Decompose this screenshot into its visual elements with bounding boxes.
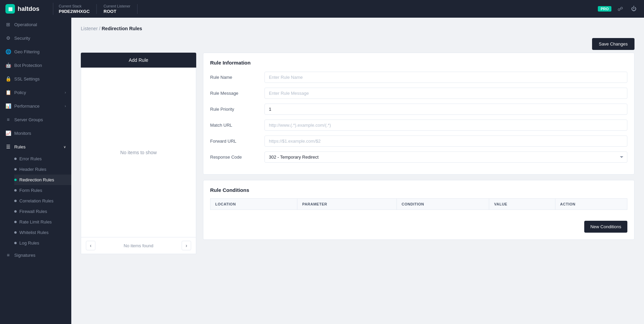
dot-icon bbox=[14, 221, 17, 223]
match-url-input[interactable] bbox=[264, 120, 627, 131]
logo-icon: ▦ bbox=[5, 4, 15, 14]
pagination: ‹ No items found › bbox=[81, 237, 196, 254]
new-conditions-button[interactable]: New Conditions bbox=[584, 221, 627, 233]
header-area: Save Changes bbox=[81, 38, 634, 50]
current-listener-value: ROOT bbox=[104, 9, 130, 14]
sidebar-item-ssl-settings[interactable]: 🔒 SSL Settings bbox=[0, 72, 71, 86]
sidebar-item-policy[interactable]: 📋 Policy › bbox=[0, 86, 71, 99]
forward-url-input[interactable] bbox=[264, 136, 627, 147]
col-parameter: PARAMETER bbox=[297, 199, 397, 210]
sidebar-sub-item-rate-limit-rules[interactable]: Rate Limit Rules bbox=[14, 217, 71, 227]
operational-icon: ⊞ bbox=[5, 22, 11, 27]
rule-message-input[interactable] bbox=[264, 88, 627, 99]
topbar: ▦ haltdos Current Stack P9DE2WHXGC Curre… bbox=[0, 0, 644, 18]
sub-item-label: Firewall Rules bbox=[19, 209, 47, 214]
sidebar-item-label: Policy bbox=[14, 90, 26, 95]
logo-text: haltdos bbox=[18, 5, 39, 13]
sub-item-label: Log Rules bbox=[19, 240, 39, 246]
sidebar-item-server-groups[interactable]: ≡ Server Groups bbox=[0, 113, 71, 126]
rule-message-row: Rule Message bbox=[210, 88, 627, 99]
sub-item-label: Rate Limit Rules bbox=[19, 219, 52, 224]
match-url-row: Match URL bbox=[210, 120, 627, 131]
dot-icon bbox=[14, 168, 17, 170]
sidebar-sub-item-redirection-rules[interactable]: Redirection Rules bbox=[14, 175, 71, 185]
left-panel: Add Rule No items to show ‹ No items fou… bbox=[81, 53, 196, 254]
save-changes-button[interactable]: Save Changes bbox=[592, 38, 634, 50]
sidebar-sub-item-error-rules[interactable]: Error Rules bbox=[14, 154, 71, 164]
sidebar-item-label: Geo Filtering bbox=[14, 49, 39, 54]
sidebar-sub-item-form-rules[interactable]: Form Rules bbox=[14, 185, 71, 196]
sidebar-sub-item-whitelist-rules[interactable]: Whitelist Rules bbox=[14, 227, 71, 238]
dot-icon bbox=[14, 200, 17, 202]
sidebar-item-label: Rules bbox=[14, 144, 25, 149]
power-icon[interactable]: ⏻ bbox=[629, 4, 639, 14]
current-stack-value: P9DE2WHXGC bbox=[59, 9, 90, 14]
sidebar-sub-item-correlation-rules[interactable]: Correlation Rules bbox=[14, 196, 71, 206]
sidebar-sub-item-log-rules[interactable]: Log Rules bbox=[14, 238, 71, 248]
col-action: ACTION bbox=[555, 199, 627, 210]
chevron-right-icon: › bbox=[65, 91, 66, 94]
breadcrumb: Listener / Redirection Rules bbox=[81, 26, 634, 31]
match-url-label: Match URL bbox=[210, 123, 264, 128]
policy-icon: 📋 bbox=[5, 90, 11, 95]
rule-conditions-card: Rule Conditions LOCATION PARAMETER CONDI… bbox=[203, 180, 634, 240]
col-condition: CONDITION bbox=[397, 199, 489, 210]
sidebar-item-rules[interactable]: ☰ Rules ∨ bbox=[0, 140, 71, 154]
sidebar-item-label: Security bbox=[14, 36, 30, 41]
dot-icon bbox=[14, 158, 17, 160]
sidebar-item-monitors[interactable]: 📈 Monitors bbox=[0, 126, 71, 140]
sidebar-item-geo-filtering[interactable]: 🌐 Geo Filtering bbox=[0, 45, 71, 58]
current-stack-section: Current Stack P9DE2WHXGC bbox=[59, 4, 97, 14]
pro-badge: PRO bbox=[598, 6, 611, 12]
dot-icon bbox=[14, 210, 17, 213]
current-listener-section: Current Listener ROOT bbox=[97, 4, 137, 14]
dot-icon bbox=[14, 179, 17, 181]
geo-filtering-icon: 🌐 bbox=[5, 49, 11, 54]
breadcrumb-current: Redirection Rules bbox=[102, 26, 142, 31]
current-listener-label: Current Listener bbox=[104, 4, 130, 8]
sidebar-item-performance[interactable]: 📊 Performance › bbox=[0, 99, 71, 113]
prev-page-button[interactable]: ‹ bbox=[86, 241, 95, 250]
sidebar-item-label: Performance bbox=[14, 104, 39, 109]
forward-url-label: Forward URL bbox=[210, 139, 264, 144]
ssl-icon: 🔒 bbox=[5, 76, 11, 82]
signatures-icon: ≡ bbox=[5, 252, 11, 258]
sub-item-label: Whitelist Rules bbox=[19, 230, 49, 235]
rule-priority-row: Rule Priority bbox=[210, 104, 627, 115]
response-code-select[interactable]: 301 - Moved Permanently 302 - Temporary … bbox=[264, 151, 627, 163]
sidebar-item-security[interactable]: ⚙ Security bbox=[0, 31, 71, 45]
conditions-table: LOCATION PARAMETER CONDITION VALUE ACTIO… bbox=[210, 198, 627, 210]
next-page-button[interactable]: › bbox=[182, 241, 191, 250]
sidebar-item-operational[interactable]: ⊞ Operational bbox=[0, 18, 71, 31]
sidebar-item-bot-protection[interactable]: 🤖 Bot Protection bbox=[0, 58, 71, 72]
bot-protection-icon: 🤖 bbox=[5, 62, 11, 68]
divider bbox=[53, 3, 53, 15]
response-code-row: Response Code 301 - Moved Permanently 30… bbox=[210, 151, 627, 163]
add-rule-button[interactable]: Add Rule bbox=[81, 53, 196, 68]
performance-icon: 📊 bbox=[5, 103, 11, 109]
chevron-right-icon: › bbox=[65, 104, 66, 108]
rules-icon: ☰ bbox=[5, 144, 11, 149]
sidebar: ⊞ Operational ⚙ Security 🌐 Geo Filtering… bbox=[0, 18, 71, 324]
security-icon: ⚙ bbox=[5, 35, 11, 41]
sidebar-sub-item-header-rules[interactable]: Header Rules bbox=[14, 164, 71, 175]
pagination-status: No items found bbox=[124, 243, 153, 248]
response-code-label: Response Code bbox=[210, 155, 264, 160]
sidebar-sub-item-firewall-rules[interactable]: Firewall Rules bbox=[14, 206, 71, 217]
rule-priority-input[interactable] bbox=[264, 104, 627, 115]
right-panel: Rule Information Rule Name Rule Message … bbox=[203, 53, 634, 254]
rule-name-row: Rule Name bbox=[210, 72, 627, 83]
sub-item-label: Form Rules bbox=[19, 188, 42, 193]
sub-item-label: Redirection Rules bbox=[19, 177, 54, 182]
profile-icon[interactable]: ☍ bbox=[615, 4, 625, 14]
conditions-footer: New Conditions bbox=[210, 215, 627, 233]
content-grid: Add Rule No items to show ‹ No items fou… bbox=[81, 53, 634, 254]
dot-icon bbox=[14, 231, 17, 234]
col-value: VALUE bbox=[489, 199, 555, 210]
conditions-title: Rule Conditions bbox=[210, 187, 627, 193]
sidebar-item-signatures[interactable]: ≡ Signatures bbox=[0, 248, 71, 262]
layout: ⊞ Operational ⚙ Security 🌐 Geo Filtering… bbox=[0, 18, 644, 324]
forward-url-row: Forward URL bbox=[210, 136, 627, 147]
rule-name-label: Rule Name bbox=[210, 75, 264, 80]
rule-name-input[interactable] bbox=[264, 72, 627, 83]
